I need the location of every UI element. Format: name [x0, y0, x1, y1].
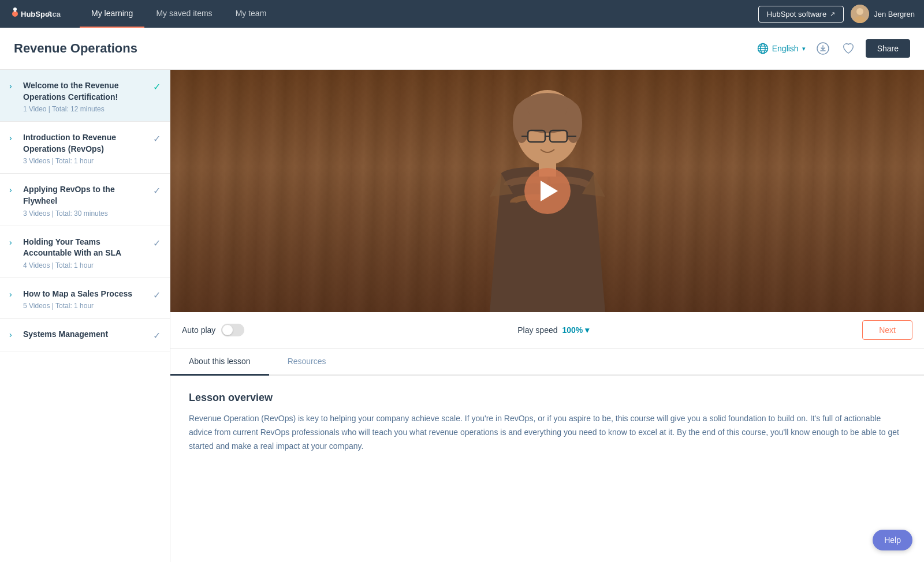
sidebar-section-1: › Introduction to Revenue Operations (Re…: [0, 122, 170, 174]
sidebar-item-meta: 3 Videos | Total: 30 minutes: [23, 209, 148, 218]
page-header: Revenue Operations English ▾: [0, 28, 924, 70]
user-menu[interactable]: Jen Bergren: [851, 5, 915, 23]
nav-link-my-team[interactable]: My team: [224, 0, 278, 28]
toggle-knob: [222, 325, 233, 335]
sidebar-item-title: How to Map a Sales Process: [23, 289, 148, 300]
sidebar-item-meta: 1 Video | Total: 12 minutes: [23, 105, 148, 113]
sidebar-item-text: Welcome to the Revenue Operations Certif…: [23, 80, 148, 113]
svg-text:Academy: Academy: [47, 10, 61, 18]
video-controls: Auto play Play speed 100% ▾ Next: [170, 312, 924, 349]
check-icon: ✓: [153, 185, 161, 196]
sidebar-item-text: How to Map a Sales Process 5 Videos | To…: [23, 289, 148, 310]
globe-icon: [757, 43, 769, 54]
sidebar-section-3: › Holding Your Teams Accountable With an…: [0, 226, 170, 278]
top-navigation: HubSpot Academy My learning My saved ite…: [0, 0, 924, 28]
chevron-icon: ›: [9, 290, 17, 299]
sidebar-section-4: › How to Map a Sales Process 5 Videos | …: [0, 278, 170, 319]
sidebar-section-2: › Applying RevOps to the Flywheel 3 Vide…: [0, 174, 170, 226]
external-link-icon: ↗: [830, 10, 835, 18]
sidebar-item-text: Holding Your Teams Accountable With an S…: [23, 237, 148, 269]
language-chevron-icon: ▾: [802, 45, 806, 53]
content-area: Auto play Play speed 100% ▾ Next About t…: [170, 70, 924, 562]
heart-icon: [842, 42, 855, 55]
sidebar-item-text: Applying RevOps to the Flywheel 3 Videos…: [23, 184, 148, 217]
sidebar-item-meta: 4 Videos | Total: 1 hour: [23, 261, 148, 269]
sidebar-item-meta: 5 Videos | Total: 1 hour: [23, 302, 148, 310]
header-actions: English ▾ Share: [757, 39, 910, 58]
svg-point-6: [856, 8, 863, 15]
check-icon: ✓: [153, 133, 161, 144]
lesson-content: Lesson overview Revenue Operation (RevOp…: [170, 376, 924, 469]
help-button[interactable]: Help: [873, 530, 912, 550]
check-icon: ✓: [153, 81, 161, 92]
playspeed-label: Play speed: [517, 325, 557, 335]
sidebar-item-title: Holding Your Teams Accountable With an S…: [23, 237, 148, 259]
tab-about[interactable]: About this lesson: [170, 349, 269, 376]
hubspot-logo: HubSpot Academy: [9, 7, 61, 21]
sidebar-item-map-sales[interactable]: › How to Map a Sales Process 5 Videos | …: [0, 278, 170, 319]
play-button[interactable]: [524, 168, 571, 214]
sidebar-item-applying[interactable]: › Applying RevOps to the Flywheel 3 Vide…: [0, 174, 170, 225]
hubspot-software-label: HubSpot software: [767, 10, 826, 18]
avatar: [851, 5, 869, 23]
download-icon: [816, 42, 830, 55]
sidebar-item-title: Introduction to Revenue Operations (RevO…: [23, 132, 148, 155]
sidebar-item-title: Systems Management: [23, 329, 148, 340]
sidebar-item-holding[interactable]: › Holding Your Teams Accountable With an…: [0, 226, 170, 278]
svg-point-1: [13, 8, 17, 11]
sidebar-item-welcome[interactable]: › Welcome to the Revenue Operations Cert…: [0, 70, 170, 121]
check-icon: ✓: [153, 330, 161, 341]
username-label: Jen Bergren: [874, 10, 915, 18]
nav-link-my-learning[interactable]: My learning: [80, 0, 144, 28]
next-button[interactable]: Next: [862, 320, 912, 340]
autoplay-toggle[interactable]: [221, 324, 244, 336]
tab-resources[interactable]: Resources: [269, 349, 345, 376]
playspeed-selector[interactable]: 100% ▾: [562, 325, 590, 335]
check-icon: ✓: [153, 238, 161, 249]
chevron-icon: ›: [9, 81, 17, 91]
lesson-overview-text: Revenue Operation (RevOps) is key to hel…: [189, 412, 906, 453]
play-speed-area: Play speed 100% ▾: [517, 325, 589, 335]
chevron-icon: ›: [9, 330, 17, 339]
sidebar-section-5: › Systems Management ✓: [0, 319, 170, 351]
sidebar-item-title: Applying RevOps to the Flywheel: [23, 184, 148, 207]
sidebar: › Welcome to the Revenue Operations Cert…: [0, 70, 170, 562]
autoplay-area: Auto play: [182, 324, 244, 336]
language-button[interactable]: English ▾: [757, 43, 806, 54]
sidebar-item-systems[interactable]: › Systems Management ✓: [0, 319, 170, 351]
sidebar-item-title: Welcome to the Revenue Operations Certif…: [23, 80, 148, 103]
sidebar-section-0: › Welcome to the Revenue Operations Cert…: [0, 70, 170, 122]
video-container: [170, 70, 924, 312]
lesson-overview-title: Lesson overview: [189, 392, 906, 404]
page-title: Revenue Operations: [14, 41, 137, 56]
nav-links: My learning My saved items My team: [80, 0, 758, 28]
sidebar-item-text: Introduction to Revenue Operations (RevO…: [23, 132, 148, 165]
nav-link-my-saved-items[interactable]: My saved items: [144, 0, 223, 28]
chevron-icon: ›: [9, 185, 17, 194]
play-icon: [541, 181, 558, 201]
check-icon: ✓: [153, 290, 161, 301]
tabs-bar: About this lesson Resources: [170, 349, 924, 376]
sidebar-item-meta: 3 Videos | Total: 1 hour: [23, 157, 148, 165]
language-label: English: [772, 44, 799, 53]
main-layout: › Welcome to the Revenue Operations Cert…: [0, 70, 924, 562]
nav-right: HubSpot software ↗ Jen Bergren: [758, 5, 915, 23]
sidebar-item-text: Systems Management: [23, 329, 148, 343]
playspeed-chevron-icon: ▾: [585, 325, 589, 335]
logo[interactable]: HubSpot Academy: [9, 7, 61, 21]
avatar-image: [851, 5, 869, 23]
sidebar-item-intro[interactable]: › Introduction to Revenue Operations (Re…: [0, 122, 170, 173]
video-thumbnail[interactable]: [170, 70, 924, 312]
favorite-button[interactable]: [840, 40, 856, 57]
chevron-icon: ›: [9, 238, 17, 247]
autoplay-label: Auto play: [182, 325, 215, 335]
download-button[interactable]: [815, 40, 831, 57]
chevron-icon: ›: [9, 133, 17, 143]
playspeed-value: 100%: [562, 325, 583, 335]
share-button[interactable]: Share: [866, 39, 910, 58]
hubspot-software-button[interactable]: HubSpot software ↗: [758, 6, 844, 23]
